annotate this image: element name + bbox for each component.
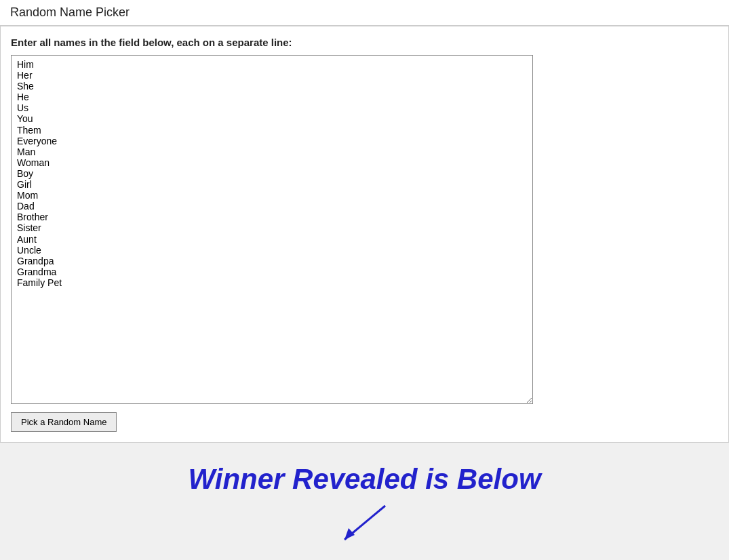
page-title: Random Name Picker [10, 5, 130, 19]
winner-section: Winner Revealed is Below [0, 449, 729, 560]
arrow-icon [338, 502, 392, 543]
winner-revealed-text: Winner Revealed is Below [10, 463, 719, 496]
names-textarea[interactable] [11, 55, 533, 404]
arrow-container [338, 502, 392, 543]
instructions-label: Enter all names in the field below, each… [11, 37, 718, 48]
main-section: Enter all names in the field below, each… [0, 26, 729, 443]
header-bar: Random Name Picker [0, 0, 729, 26]
svg-marker-1 [344, 528, 355, 540]
page-container: Random Name Picker Enter all names in th… [0, 0, 729, 560]
pick-random-name-button[interactable]: Pick a Random Name [11, 412, 117, 432]
